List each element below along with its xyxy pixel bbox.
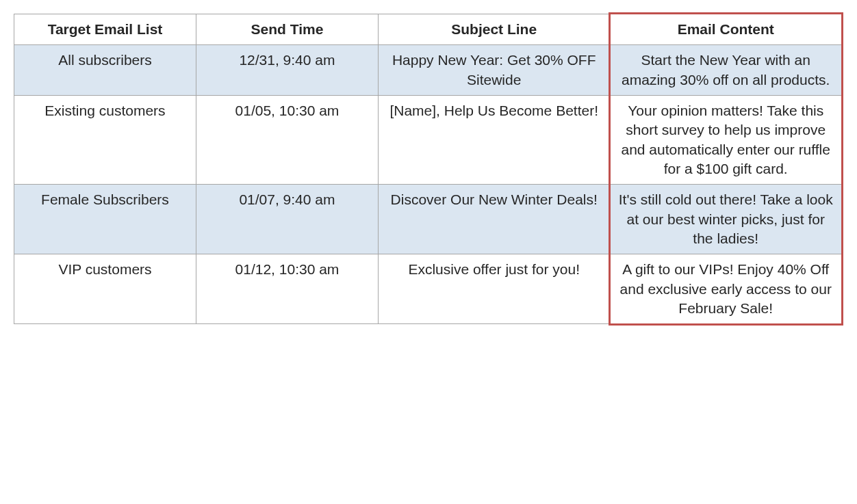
col-header-content: Email Content bbox=[610, 14, 842, 45]
cell-send-time: 12/31, 9:40 am bbox=[196, 45, 378, 96]
col-header-target: Target Email List bbox=[14, 14, 196, 45]
table-header-row: Target Email List Send Time Subject Line… bbox=[14, 14, 842, 45]
email-schedule-table: Target Email List Send Time Subject Line… bbox=[14, 14, 842, 324]
cell-send-time: 01/07, 9:40 am bbox=[196, 185, 378, 254]
table-row: All subscribers 12/31, 9:40 am Happy New… bbox=[14, 45, 842, 96]
cell-content: A gift to our VIPs! Enjoy 40% Off and ex… bbox=[610, 254, 842, 324]
cell-send-time: 01/05, 10:30 am bbox=[196, 96, 378, 185]
cell-target: Female Subscribers bbox=[14, 185, 196, 254]
table-row: Female Subscribers 01/07, 9:40 am Discov… bbox=[14, 185, 842, 254]
cell-subject: [Name], Help Us Become Better! bbox=[378, 96, 610, 185]
cell-subject: Exclusive offer just for you! bbox=[378, 254, 610, 324]
table-row: VIP customers 01/12, 10:30 am Exclusive … bbox=[14, 254, 842, 324]
cell-content: It's still cold out there! Take a look a… bbox=[610, 185, 842, 254]
cell-subject: Happy New Year: Get 30% OFF Sitewide bbox=[378, 45, 610, 96]
cell-subject: Discover Our New Winter Deals! bbox=[378, 185, 610, 254]
cell-target: All subscribers bbox=[14, 45, 196, 96]
cell-send-time: 01/12, 10:30 am bbox=[196, 254, 378, 324]
col-header-send-time: Send Time bbox=[196, 14, 378, 45]
cell-target: VIP customers bbox=[14, 254, 196, 324]
cell-content: Your opinion matters! Take this short su… bbox=[610, 96, 842, 185]
cell-target: Existing customers bbox=[14, 96, 196, 185]
email-schedule-table-wrapper: Target Email List Send Time Subject Line… bbox=[14, 14, 842, 324]
cell-content: Start the New Year with an amazing 30% o… bbox=[610, 45, 842, 96]
col-header-subject: Subject Line bbox=[378, 14, 610, 45]
table-row: Existing customers 01/05, 10:30 am [Name… bbox=[14, 96, 842, 185]
